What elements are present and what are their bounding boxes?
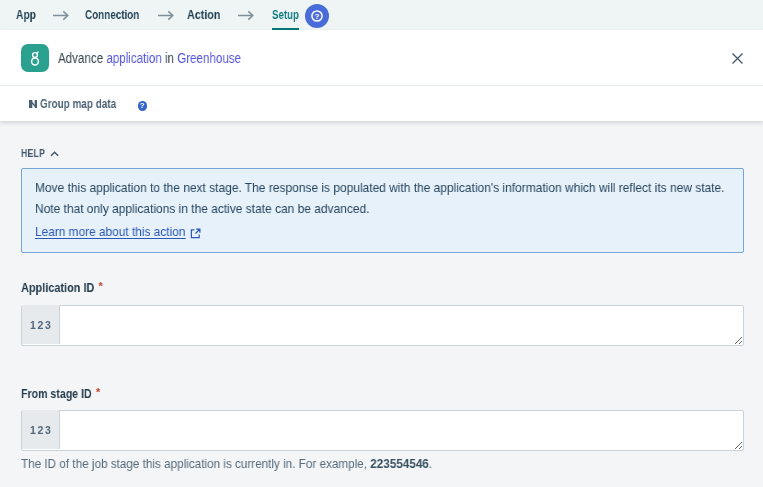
svg-text:?: ? xyxy=(315,11,320,20)
